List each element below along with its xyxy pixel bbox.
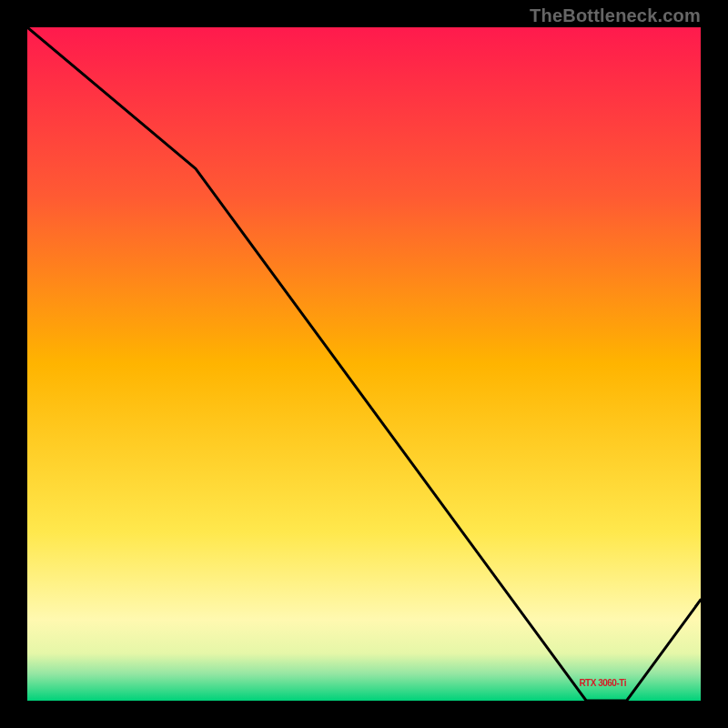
chart-svg [27,27,701,701]
watermark-text: TheBottleneck.com [530,5,701,26]
chart-frame: TheBottleneck.com RTX 3060-Ti [0,0,728,728]
gradient-background [27,27,701,701]
gpu-label: RTX 3060-Ti [579,678,626,688]
plot-area: RTX 3060-Ti [27,27,701,701]
